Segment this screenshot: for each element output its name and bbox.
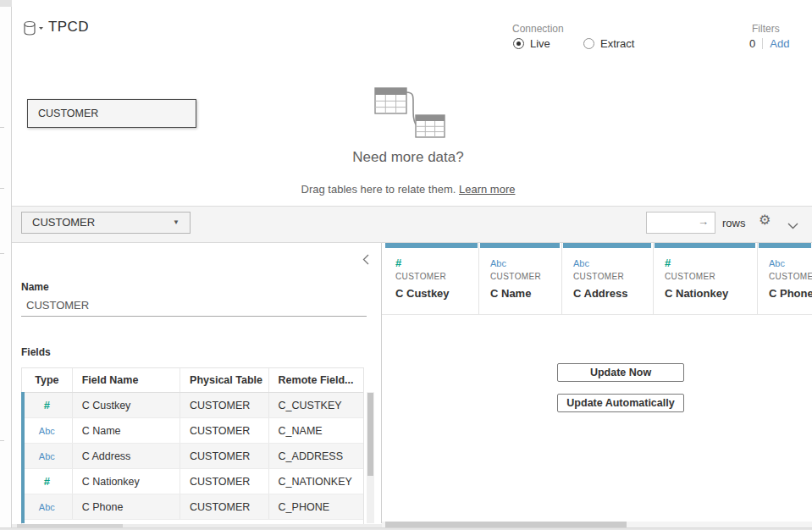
fields-table-header: Type Field Name Physical Table Remote Fi… xyxy=(22,368,363,393)
remote-field-cell: C_NATIONKEY xyxy=(269,469,363,494)
remote-field-cell: C_NAME xyxy=(269,418,363,443)
selection-accent-bar xyxy=(21,392,25,523)
column-field-label: C Custkey xyxy=(395,287,478,300)
filters-count: 0 xyxy=(749,37,755,50)
col-header-type[interactable]: Type xyxy=(22,368,73,392)
filters-row: 0 Add xyxy=(749,37,789,50)
collapse-panel-chevron-icon[interactable] xyxy=(362,253,369,268)
column-accent-bar xyxy=(563,243,651,248)
field-name-cell: C Nationkey xyxy=(73,469,180,494)
scrollbar-corner xyxy=(0,0,12,7)
column-field-label: C Address xyxy=(573,287,652,300)
table-name-input[interactable]: CUSTOMER xyxy=(26,299,89,312)
table-selector-dropdown[interactable]: CUSTOMER ▼ xyxy=(21,212,191,234)
learn-more-link[interactable]: Learn more xyxy=(459,183,515,196)
table-row[interactable]: Abc C Address CUSTOMER C_ADDRESS xyxy=(22,444,363,469)
scrollbar-thumb[interactable] xyxy=(367,393,373,476)
column-accent-bar xyxy=(385,243,478,248)
physical-table-cell: CUSTOMER xyxy=(180,469,269,494)
collapse-grid-chevron-icon[interactable] xyxy=(787,218,798,233)
update-now-button[interactable]: Update Now xyxy=(557,363,684,382)
column-field-label: C Phone xyxy=(769,287,812,300)
left-pane-rail[interactable] xyxy=(0,0,12,530)
grid-column-c-phone[interactable]: Abc CUSTOMER C Phone xyxy=(757,243,812,314)
string-type-icon: Abc xyxy=(573,258,589,268)
field-name-cell: C Address xyxy=(73,444,180,468)
table-row[interactable]: # C Nationkey CUSTOMER C_NATIONKEY xyxy=(22,469,363,494)
radio-unselected-icon[interactable] xyxy=(583,38,594,49)
grid-column-c-name[interactable]: Abc CUSTOMER C Name xyxy=(478,243,561,314)
string-type-icon: Abc xyxy=(490,258,506,268)
column-table-label: CUSTOMER xyxy=(573,272,652,281)
rows-label: rows xyxy=(722,217,745,229)
table-row[interactable]: Abc C Phone CUSTOMER C_PHONE xyxy=(22,494,363,520)
arrow-right-icon: → xyxy=(698,215,709,228)
string-type-icon: Abc xyxy=(39,451,55,461)
field-name-cell: C Phone xyxy=(73,494,180,519)
table-row[interactable]: Abc C Name CUSTOMER C_NAME xyxy=(22,418,363,444)
rail-tick xyxy=(0,127,4,128)
connection-label: Connection xyxy=(512,23,564,35)
column-table-label: CUSTOMER xyxy=(490,272,561,281)
field-name-cell: C Custkey xyxy=(73,393,180,417)
col-header-remote-field[interactable]: Remote Field... xyxy=(269,368,363,392)
rail-tick xyxy=(0,188,4,189)
filters-add-link[interactable]: Add xyxy=(770,37,789,50)
number-type-icon: # xyxy=(44,399,50,411)
name-label: Name xyxy=(21,281,49,293)
physical-table-cell: CUSTOMER xyxy=(180,444,269,468)
datasource-database-icon[interactable] xyxy=(23,20,48,37)
string-type-icon: Abc xyxy=(39,502,55,512)
number-type-icon: # xyxy=(665,257,671,269)
physical-table-cell: CUSTOMER xyxy=(180,418,269,443)
grid-settings-gear-icon[interactable]: ⚙ xyxy=(759,212,771,228)
table-icon xyxy=(375,88,406,113)
live-radio-label: Live xyxy=(530,37,550,50)
string-type-icon: Abc xyxy=(769,258,785,268)
column-field-label: C Name xyxy=(490,287,561,300)
field-name-cell: C Name xyxy=(73,418,180,443)
input-underline xyxy=(21,316,367,317)
number-type-icon: # xyxy=(395,257,401,269)
grid-column-c-nationkey[interactable]: # CUSTOMER C Nationkey xyxy=(653,243,756,314)
table-selector-value: CUSTOMER xyxy=(32,216,95,229)
grid-horizontal-scrollbar[interactable] xyxy=(382,522,812,527)
column-accent-bar xyxy=(759,243,811,248)
radio-selected-icon[interactable] xyxy=(513,38,524,49)
column-field-label: C Nationkey xyxy=(665,287,756,300)
rows-count-input[interactable]: → xyxy=(646,212,715,234)
fields-table: Type Field Name Physical Table Remote Fi… xyxy=(21,367,364,524)
grid-column-c-address[interactable]: Abc CUSTOMER C Address xyxy=(561,243,652,314)
column-accent-bar xyxy=(480,243,560,248)
extract-radio-label: Extract xyxy=(600,37,634,50)
connection-extract-radio[interactable]: Extract xyxy=(583,37,634,50)
empty-state-hint: Drag tables here to relate them. Learn m… xyxy=(12,183,804,196)
remote-field-cell: C_ADDRESS xyxy=(269,444,363,468)
table-row[interactable]: # C Custkey CUSTOMER C_CUSTKEY xyxy=(22,393,363,418)
fields-table-vertical-scrollbar[interactable] xyxy=(367,392,374,523)
column-table-label: CUSTOMER xyxy=(769,272,812,281)
page-title: TPCD xyxy=(48,19,89,36)
chevron-down-icon xyxy=(39,27,43,30)
column-table-label: CUSTOMER xyxy=(395,272,478,281)
physical-table-cell: CUSTOMER xyxy=(180,393,269,417)
grid-column-c-custkey[interactable]: # CUSTOMER C Custkey xyxy=(384,243,478,314)
fields-label: Fields xyxy=(21,346,51,358)
rail-tick xyxy=(0,440,4,441)
column-table-label: CUSTOMER xyxy=(665,272,756,281)
scrollbar-thumb[interactable] xyxy=(385,522,627,527)
canvas-table-node-customer[interactable]: CUSTOMER xyxy=(27,99,196,128)
column-accent-bar xyxy=(655,243,755,248)
data-preview-grid: # CUSTOMER C Custkey Abc CUSTOMER C Name… xyxy=(382,243,812,523)
table-details-panel: Name CUSTOMER Fields Type Field Name Phy… xyxy=(12,243,382,523)
remote-field-cell: C_CUSTKEY xyxy=(269,393,363,417)
grid-header-divider xyxy=(382,314,812,315)
dropdown-triangle-icon: ▼ xyxy=(173,213,180,233)
update-automatically-button[interactable]: Update Automatically xyxy=(557,394,684,412)
empty-state-title: Need more data? xyxy=(12,149,804,166)
col-header-field-name[interactable]: Field Name xyxy=(73,368,180,392)
rail-tick xyxy=(0,253,4,254)
divider xyxy=(762,38,763,49)
col-header-physical-table[interactable]: Physical Table xyxy=(180,368,269,392)
connection-live-radio[interactable]: Live xyxy=(513,37,550,50)
